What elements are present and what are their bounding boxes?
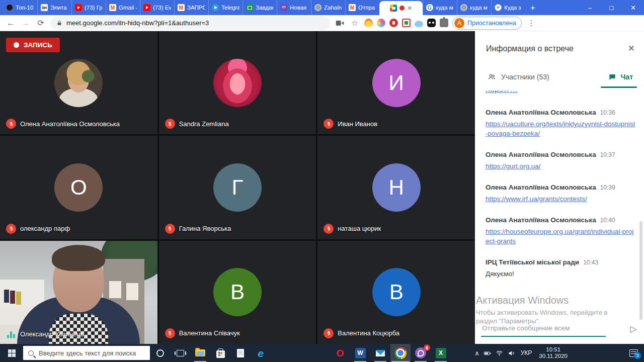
volume-icon[interactable] xyxy=(507,349,516,357)
mail-icon xyxy=(376,350,385,356)
browser-tab[interactable]: куда м xyxy=(423,0,457,15)
extension-darkreader-icon[interactable] xyxy=(427,19,436,27)
browser-tab[interactable]: Zahaln xyxy=(311,0,345,15)
bookmark-star-icon[interactable]: ☆ xyxy=(349,18,360,29)
browser-menu-icon[interactable]: ⋮ xyxy=(526,18,537,29)
extension-cloud-icon[interactable] xyxy=(415,21,423,27)
participant-tile-speaking[interactable]: Олександр Козинець xyxy=(0,241,157,344)
lock-icon xyxy=(56,20,62,27)
participant-name: Галина Яворська xyxy=(179,225,231,232)
tab-participants[interactable]: Участники (53) xyxy=(487,73,549,81)
address-bar[interactable]: meet.google.com/itn-hidq-nbw?pli=1&authu… xyxy=(50,17,330,30)
profile-sync-paused-button[interactable]: А Приостановлена xyxy=(452,17,522,30)
browser-tab-active-meet[interactable]: ✕ xyxy=(379,1,423,15)
participant-tile[interactable]: И Иван Иванов xyxy=(317,31,475,134)
tab-close-icon[interactable]: ✕ xyxy=(407,5,412,12)
extension-flame-icon[interactable] xyxy=(364,19,373,27)
browser-tab[interactable]: Топ-10 xyxy=(3,0,37,15)
extension-screencast-icon[interactable] xyxy=(377,19,385,27)
edge-button[interactable]: e xyxy=(251,344,271,362)
browser-tab[interactable]: Новая xyxy=(277,0,311,15)
panel-close-icon[interactable]: ✕ xyxy=(628,43,635,54)
taskbar-search-box[interactable]: Введите здесь текст для поиска xyxy=(23,346,150,360)
language-indicator[interactable]: УКР xyxy=(519,349,534,356)
mail-button[interactable] xyxy=(370,344,390,362)
extensions-puzzle-icon[interactable] xyxy=(440,19,448,27)
mic-muted-icon xyxy=(6,119,16,129)
notepad-button[interactable] xyxy=(230,344,251,362)
clipped-chat-link: https://… xyxy=(486,90,637,95)
chat-message-input[interactable] xyxy=(481,322,606,337)
sync-status-label: Приостановлена xyxy=(467,20,516,27)
back-button[interactable]: ← xyxy=(5,19,16,28)
forward-button[interactable]: → xyxy=(20,19,31,28)
extension-box-icon[interactable] xyxy=(402,19,411,27)
tab-label: Новая xyxy=(290,5,306,11)
minimize-button[interactable]: – xyxy=(579,0,601,15)
word-button[interactable]: W xyxy=(350,344,370,362)
participant-name: Валентина Співачук xyxy=(179,329,240,337)
chat-scrollbar[interactable] xyxy=(639,221,642,320)
people-icon xyxy=(487,73,497,81)
tab-label: Zahaln xyxy=(324,5,342,11)
browser-tab[interactable]: Gmail - xyxy=(106,0,140,15)
participant-tile[interactable]: Г Галина Яворська xyxy=(159,136,316,239)
recording-label: ЗАПИСЬ xyxy=(24,41,52,49)
browser-tab[interactable]: куда м xyxy=(457,0,491,15)
task-view-button[interactable] xyxy=(170,344,190,362)
browser-tab[interactable]: Куда з xyxy=(491,0,525,15)
viber-button[interactable]: 8 xyxy=(411,344,431,362)
send-message-button[interactable] xyxy=(628,325,638,334)
excel-button[interactable]: X xyxy=(431,344,451,362)
participant-tile[interactable]: Н наташа цюрик xyxy=(317,136,475,239)
mic-muted-icon xyxy=(165,119,175,129)
tab-chat[interactable]: Чат xyxy=(608,73,633,81)
action-center-button[interactable]: 3 xyxy=(629,349,638,357)
participant-tile[interactable]: В Валентина Коцюрба xyxy=(317,241,475,344)
browser-tab[interactable]: Отпра xyxy=(345,0,379,15)
microsoft-store-button[interactable] xyxy=(210,344,230,362)
browser-tab[interactable]: ЗАПРО xyxy=(174,0,208,15)
battery-icon[interactable] xyxy=(483,349,492,357)
file-explorer-button[interactable] xyxy=(190,344,210,362)
close-button[interactable]: ✕ xyxy=(622,0,644,15)
maximize-button[interactable]: □ xyxy=(601,0,622,15)
message-link[interactable]: https://gurt.org.ua/ xyxy=(486,161,637,171)
extension-adblock-icon[interactable] xyxy=(389,19,398,27)
reload-button[interactable]: ⟳ xyxy=(35,18,46,28)
participant-name: наташа цюрик xyxy=(338,225,381,232)
camera-access-icon[interactable] xyxy=(334,18,345,29)
recording-dot-icon xyxy=(14,42,19,48)
participant-tile[interactable]: Sandra Zemliana xyxy=(159,31,316,134)
browser-tab[interactable]: Завдан xyxy=(243,0,277,15)
cortana-button[interactable] xyxy=(150,344,170,362)
start-button[interactable] xyxy=(0,344,23,362)
chat-message-list[interactable]: https://… Олена Анатоліївна Осмоловська1… xyxy=(486,90,637,288)
browser-titlebar: Топ-10 Элита (73) Гр Gmail - (73) Ev ЗАП… xyxy=(0,0,644,15)
watermark-title: Активация Windows xyxy=(476,295,632,306)
participant-tile[interactable]: В Валентина Співачук xyxy=(159,241,316,344)
wifi-icon[interactable] xyxy=(495,349,504,357)
tray-chevron-icon[interactable]: ∧ xyxy=(474,349,479,357)
message-link[interactable]: https://uaculture.org/texts/inklyuzyvnis… xyxy=(486,119,637,138)
meeting-info-panel: Информация о встрече ✕ Участники (53) Ча… xyxy=(475,31,644,344)
tab-label: Элита xyxy=(50,5,67,11)
message-link[interactable]: https://www.irf.ua/grants/contests/ xyxy=(486,194,637,204)
browser-tab[interactable]: Telegra xyxy=(208,0,243,15)
desktop: Топ-10 Элита (73) Гр Gmail - (73) Ev ЗАП… xyxy=(0,0,644,362)
active-tab-underline xyxy=(601,86,637,88)
tab-label: Куда з xyxy=(504,5,521,11)
participant-photo-avatar xyxy=(54,59,103,107)
participant-tile[interactable]: О олександр парф xyxy=(0,136,157,239)
new-tab-button[interactable]: + xyxy=(525,1,540,15)
browser-tab[interactable]: Элита xyxy=(37,0,71,15)
opera-button[interactable]: O xyxy=(330,344,350,362)
globe-icon xyxy=(314,4,321,11)
message-link[interactable]: https://houseofeurope.org.ua/grant/indiv… xyxy=(486,227,637,246)
browser-tab[interactable]: (73) Ev xyxy=(140,0,174,15)
chrome-button[interactable] xyxy=(390,344,411,362)
browser-tab[interactable]: (73) Гр xyxy=(71,0,106,15)
video-grid: Олена Анатоліївна Осмоловська Sandra Zem… xyxy=(0,31,475,344)
excel-icon: X xyxy=(436,348,446,358)
taskbar-clock[interactable]: 10:51 30.11.2020 xyxy=(537,346,570,359)
